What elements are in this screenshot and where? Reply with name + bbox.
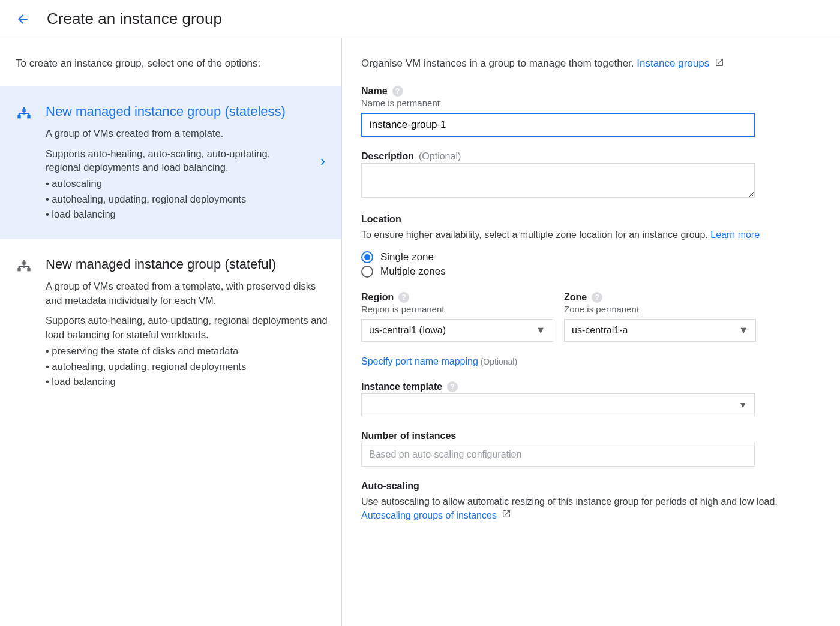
template-select[interactable]: ▼ (361, 393, 755, 416)
option-title: New managed instance group (stateful) (46, 256, 329, 273)
optional-label: (Optional) (481, 357, 517, 366)
chevron-right-icon (316, 155, 329, 170)
num-instances-label: Number of instances (361, 431, 456, 441)
option-bullet: • load balancing (46, 374, 329, 390)
external-link-icon (715, 58, 724, 70)
radio-icon (361, 251, 373, 263)
external-link-icon (502, 509, 511, 522)
zone-hint: Zone is permanent (564, 304, 756, 314)
svg-rect-2 (17, 115, 20, 118)
name-label: Name (361, 86, 388, 97)
radio-single-zone[interactable]: Single zone (361, 251, 821, 263)
radio-label: Multiple zones (380, 266, 446, 278)
help-icon[interactable]: ? (447, 381, 458, 392)
port-mapping-link[interactable]: Specify port name mapping (361, 356, 478, 366)
autoscaling-link[interactable]: Autoscaling groups of instances (361, 510, 497, 520)
svg-rect-10 (27, 268, 30, 271)
name-hint: Name is permanent (361, 98, 821, 108)
region-select[interactable]: us-central1 (Iowa) ▼ (361, 319, 553, 342)
autoscaling-label: Auto-scaling (361, 481, 821, 492)
region-hint: Region is permanent (361, 304, 553, 314)
option-desc: A group of VMs created from a template, … (46, 279, 329, 308)
svg-rect-1 (23, 107, 25, 109)
options-panel: To create an instance group, select one … (0, 38, 342, 626)
zone-select[interactable]: us-central1-a ▼ (564, 319, 756, 342)
back-button[interactable] (16, 12, 30, 26)
option-title: New managed instance group (stateless) (46, 103, 304, 121)
servers-icon (14, 258, 34, 279)
arrow-left-icon (16, 12, 30, 26)
radio-icon (361, 266, 373, 278)
option-bullet: • autohealing, updating, regional deploy… (46, 359, 329, 375)
option-bullet: • autoscaling (46, 176, 304, 192)
zone-label: Zone (564, 292, 587, 303)
radio-multiple-zones[interactable]: Multiple zones (361, 266, 821, 278)
description-label: Description (361, 151, 414, 162)
location-label: Location (361, 214, 821, 225)
name-input[interactable] (361, 113, 755, 137)
radio-label: Single zone (380, 251, 434, 263)
select-value: us-central1 (Iowa) (369, 325, 446, 336)
option-supports: Supports auto-healing, auto-updating, re… (46, 314, 329, 342)
page-header: Create an instance group (0, 0, 840, 38)
dropdown-icon: ▼ (739, 325, 748, 336)
option-supports: Supports auto-healing, auto-scaling, aut… (46, 147, 304, 176)
option-bullet: • autohealing, updating, regional deploy… (46, 192, 304, 207)
dropdown-icon: ▼ (536, 325, 545, 336)
region-label: Region (361, 292, 394, 303)
help-icon[interactable]: ? (592, 292, 602, 303)
autoscaling-desc: Use autoscaling to allow automatic resiz… (361, 496, 778, 507)
num-instances-input[interactable] (361, 443, 755, 467)
organise-label: Organise VM instances in a group to mana… (361, 58, 637, 69)
select-value: us-central1-a (572, 325, 628, 336)
option-bullet: • load balancing (46, 207, 304, 222)
organise-text: Organise VM instances in a group to mana… (361, 58, 821, 70)
option-stateless[interactable]: New managed instance group (stateless) A… (0, 86, 341, 239)
svg-rect-6 (22, 261, 25, 264)
optional-label: (Optional) (419, 151, 461, 162)
option-bullet: • preserving the state of disks and meta… (46, 344, 329, 359)
svg-rect-0 (22, 109, 25, 112)
svg-rect-8 (17, 268, 20, 271)
svg-rect-7 (23, 260, 25, 262)
page-title: Create an instance group (47, 10, 222, 28)
intro-text: To create an instance group, select one … (0, 38, 341, 86)
instance-groups-link[interactable]: Instance groups (637, 58, 709, 69)
option-stateful[interactable]: New managed instance group (stateful) A … (0, 239, 341, 407)
help-icon[interactable]: ? (392, 86, 403, 97)
svg-rect-4 (27, 115, 30, 118)
learn-more-link[interactable]: Learn more (710, 230, 760, 240)
form-panel: Organise VM instances in a group to mana… (342, 38, 840, 626)
location-desc: To ensure higher availability, select a … (361, 230, 708, 240)
servers-icon (14, 106, 34, 127)
option-desc: A group of VMs created from a template. (46, 127, 304, 141)
dropdown-icon: ▼ (739, 400, 747, 410)
help-icon[interactable]: ? (398, 292, 409, 303)
template-label: Instance template (361, 381, 442, 392)
description-input[interactable] (361, 163, 755, 198)
